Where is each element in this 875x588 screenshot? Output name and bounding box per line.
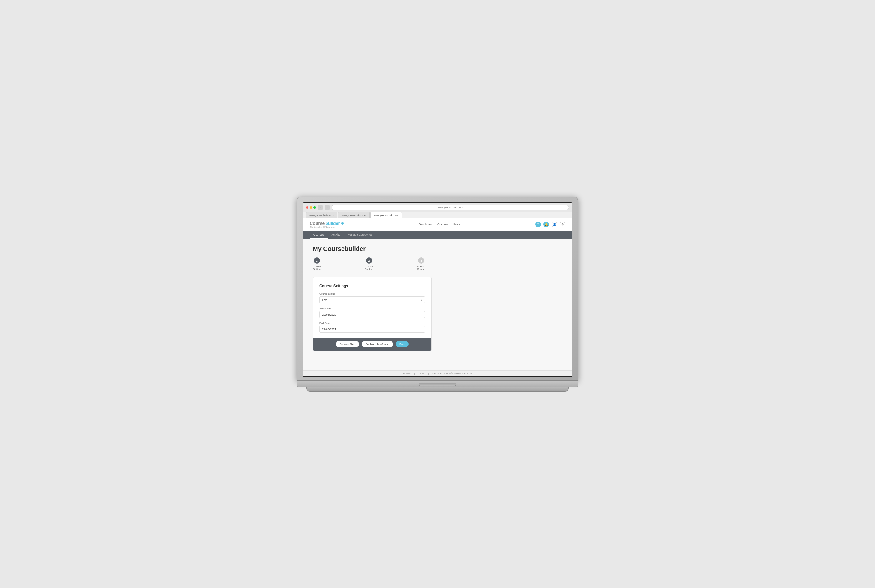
stepper: 1 Course Outline 2 Course Content: [313, 258, 425, 271]
step-3-circle: 3: [418, 258, 425, 264]
nav-back-btn[interactable]: ‹: [318, 205, 323, 210]
brand-logo: Course builder The Logistics Of Learning: [310, 221, 344, 228]
laptop-notch: [419, 383, 456, 386]
footer-separator-2: |: [428, 372, 429, 375]
save-button[interactable]: Save: [396, 341, 409, 347]
browser-tab-1[interactable]: www.yourwebsite.com: [306, 212, 338, 218]
step-3: 3 Publish Course: [417, 258, 425, 271]
close-dot[interactable]: [306, 206, 308, 209]
gear-icon[interactable]: ⚙: [560, 222, 565, 227]
top-nav-icons: ? 🔔 👤 ⚙: [535, 222, 565, 227]
sub-navbar: Courses Activity Manage Categories: [303, 231, 572, 239]
minimize-dot[interactable]: [310, 206, 312, 209]
browser-toolbar: ‹ › www.yourwebsite.com: [303, 203, 572, 212]
url-text: www.yourwebsite.com: [438, 206, 462, 209]
step-1: 1 Course Outline: [313, 258, 321, 271]
course-status-select-wrapper: ▾: [320, 297, 425, 303]
previous-step-button[interactable]: Previous Step: [336, 341, 359, 347]
nav-forward-btn[interactable]: ›: [325, 205, 330, 210]
form-card-title: Course Settings: [320, 284, 425, 288]
sub-nav-categories[interactable]: Manage Categories: [344, 231, 376, 239]
sub-nav-courses[interactable]: Courses: [310, 231, 328, 239]
brand-tagline: The Logistics Of Learning: [310, 226, 344, 228]
step-2: 2 Course Content: [365, 258, 374, 271]
end-date-input[interactable]: [320, 326, 425, 333]
page-title: My Coursebuilder: [313, 245, 562, 252]
stepper-steps: 1 Course Outline 2 Course Content: [313, 258, 425, 271]
nav-link-users[interactable]: Users: [453, 223, 460, 226]
start-date-label: Start Date: [320, 307, 425, 310]
brand-builder: builder: [325, 221, 340, 226]
notification-icon[interactable]: 🔔: [543, 222, 549, 227]
laptop-container: ‹ › www.yourwebsite.com www.yourwebsite.…: [297, 196, 578, 392]
footer-separator-1: |: [414, 372, 415, 375]
window-controls: [306, 206, 316, 209]
top-nav-links: Dashboard Courses Users: [419, 223, 460, 226]
step-3-label: Publish Course: [417, 265, 425, 271]
course-status-label: Course Status: [320, 292, 425, 295]
sub-nav-activity[interactable]: Activity: [328, 231, 344, 239]
top-navbar: Course builder The Logistics Of Learning…: [303, 218, 572, 231]
step-1-circle: 1: [314, 258, 320, 264]
browser-tab-2[interactable]: www.yourwebsite.com: [338, 212, 370, 218]
page-footer: Privacy | Terms | Design & Content © Cou…: [303, 370, 572, 376]
nav-link-courses[interactable]: Courses: [437, 223, 448, 226]
end-date-group: End Date: [320, 322, 425, 333]
app: Course builder The Logistics Of Learning…: [303, 218, 572, 376]
duplicate-course-button[interactable]: Duplicate this Course: [362, 341, 393, 347]
user-icon[interactable]: 👤: [552, 222, 557, 227]
step-1-label: Course Outline: [313, 265, 321, 271]
course-status-input[interactable]: [320, 297, 425, 303]
form-card: Course Settings Course Status ▾ Start Da…: [313, 277, 432, 351]
laptop-keyboard-base: [306, 387, 569, 392]
brand-course: Course: [310, 221, 325, 226]
brand-dot-icon: [341, 222, 344, 225]
maximize-dot[interactable]: [314, 206, 316, 209]
footer-terms[interactable]: Terms: [419, 372, 425, 375]
step-2-circle: 2: [366, 258, 372, 264]
end-date-label: End Date: [320, 322, 425, 325]
browser-tabs-bar: www.yourwebsite.com www.yourwebsite.com …: [303, 212, 572, 218]
brand-name: Course builder: [310, 221, 344, 226]
start-date-group: Start Date: [320, 307, 425, 318]
footer-copyright: Design & Content © Coursebuilder 2020: [432, 372, 471, 375]
start-date-input[interactable]: [320, 311, 425, 318]
laptop-base: [297, 381, 578, 387]
page-content: My Coursebuilder 1 Course Outline: [303, 239, 572, 370]
url-bar[interactable]: www.yourwebsite.com: [332, 205, 569, 210]
browser-chrome: ‹ › www.yourwebsite.com www.yourwebsite.…: [303, 203, 572, 218]
nav-link-dashboard[interactable]: Dashboard: [419, 223, 432, 226]
laptop-screen-bezel: ‹ › www.yourwebsite.com www.yourwebsite.…: [297, 196, 578, 381]
course-status-group: Course Status ▾: [320, 292, 425, 303]
laptop-screen: ‹ › www.yourwebsite.com www.yourwebsite.…: [303, 202, 572, 377]
footer-privacy[interactable]: Privacy: [404, 372, 411, 375]
browser-tab-3[interactable]: www.yourwebsite.com: [370, 212, 402, 218]
form-footer-bar: Previous Step Duplicate this Course Save: [313, 338, 431, 351]
step-2-label: Course Content: [365, 265, 374, 271]
help-icon[interactable]: ?: [535, 222, 541, 227]
